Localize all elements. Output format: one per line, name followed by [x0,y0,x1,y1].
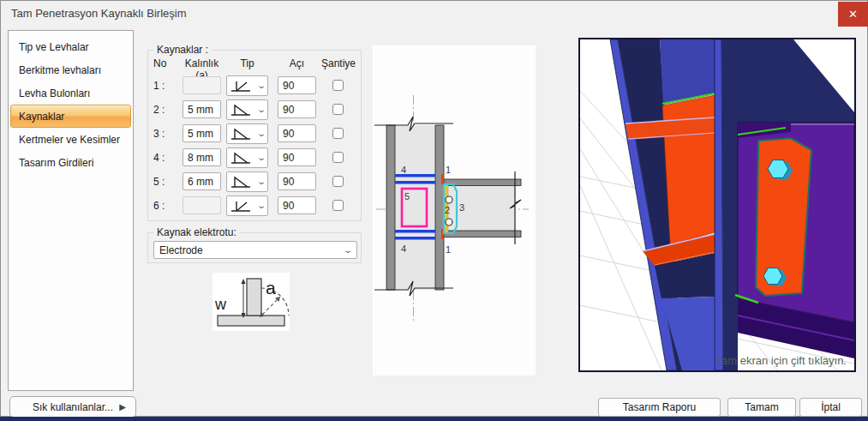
welds-groupbox: Kaynaklar : No Kalınlık (a) Tip Açı Şant… [147,50,362,221]
ok-button[interactable]: Tamam [727,398,796,417]
callout-top-stiffener: 4 [401,165,406,175]
column-header-site: Şantiye [318,57,359,69]
column-header-no: No [153,57,166,69]
sidebar-item-levha-bulonlari[interactable]: Levha Bulonları [10,81,131,105]
callout-web-weld: 2 [445,205,450,215]
sidebar-item-kaynaklar[interactable]: Kaynaklar [10,105,131,128]
chevron-down-icon: ⌄ [256,201,266,210]
chevron-down-icon: ⌄ [256,129,266,138]
weld-leg-label: w [214,296,227,313]
chevron-down-icon: ⌄ [256,153,266,162]
thickness-input[interactable] [183,124,221,142]
weld-type-dropdown[interactable]: ⌄ [226,147,268,168]
callout-bottom-stiffener: 4 [401,244,406,254]
row-number: 5 : [153,176,165,188]
background-window-edge [0,417,868,421]
site-checkbox[interactable] [332,80,344,91]
angle-input[interactable] [278,100,316,118]
row-number: 1 : [153,80,165,92]
callout-doubler-plate: 5 [404,191,410,201]
thickness-input[interactable] [183,172,221,190]
angle-input[interactable] [278,148,316,166]
site-checkbox[interactable] [332,176,344,187]
electrode-dropdown[interactable]: Electrode ⌄ [153,241,357,259]
fillet-weld-icon [230,103,252,117]
weld-row: 4 : ⌄ [148,148,361,168]
weld-throat-label: a [266,278,276,298]
electrode-group-title: Kaynak elektrotu: [153,226,240,238]
design-report-button-label: Tasarım Raporu [623,401,696,413]
favorites-button-label: Sık kullanılanlar... [33,401,113,413]
site-checkbox[interactable] [332,152,344,163]
weld-type-dropdown[interactable]: ⌄ [226,171,268,192]
electrode-value: Electrode [159,244,203,256]
favorites-button[interactable]: Sık kullanılanlar... ▶ [9,396,136,418]
row-number: 2 : [153,104,165,116]
weld-row: 1 : ⌄ [148,76,361,96]
row-number: 3 : [153,128,165,140]
thickness-input[interactable] [183,148,221,166]
angle-input[interactable] [278,124,316,142]
flyout-arrow-icon: ▶ [119,402,126,412]
weld-row: 6 : ⌄ [148,196,361,216]
row-number: 6 : [153,200,165,212]
sidebar-item-tip-ve-levhalar[interactable]: Tip ve Levhalar [10,35,131,58]
weld-row: 3 : ⌄ [148,124,361,144]
thickness-input[interactable] [183,196,221,214]
design-report-button[interactable]: Tasarım Raporu [598,398,721,417]
row-number: 4 : [153,152,165,164]
sidebar-nav: Tip ve Levhalar Berkitme levhaları Levha… [8,30,134,391]
fillet-weld-icon [230,127,252,141]
electrode-groupbox: Kaynak elektrotu: Electrode ⌄ [147,232,362,263]
angle-input[interactable] [278,172,316,190]
site-checkbox[interactable] [332,104,344,115]
sidebar-item-kertmeler-ve-kesimler[interactable]: Kertmeler ve Kesimler [10,128,131,151]
site-checkbox[interactable] [332,200,344,211]
fillet-weld-icon [230,151,252,165]
chevron-down-icon: ⌄ [256,81,266,90]
chevron-down-icon: ⌄ [256,177,266,186]
cancel-button-label: İptal [821,401,841,413]
connection-2d-drawing-panel: 4 1 5 2 3 4 1 [373,45,536,376]
chevron-down-icon: ⌄ [256,105,266,114]
sidebar-item-tasarim-girdileri[interactable]: Tasarım Girdileri [10,151,131,174]
welds-group-title: Kaynaklar : [153,44,212,56]
callout-bottom-flange-weld: 1 [446,244,451,255]
sidebar-item-berkitme-levhalari[interactable]: Berkitme levhaları [10,58,131,81]
thickness-input[interactable] [183,100,221,118]
model-3d-render [580,39,854,370]
close-button[interactable]: ✕ [838,2,868,27]
thickness-input[interactable] [183,76,221,94]
angle-input[interactable] [278,196,316,214]
column-header-angle: Açı [278,57,316,69]
weld-type-dropdown[interactable]: ⌄ [226,75,268,96]
column-header-type: Tip [226,57,268,69]
weld-type-dropdown[interactable]: ⌄ [226,99,268,120]
connection-2d-drawing: 4 1 5 2 3 4 1 [373,45,536,376]
callout-end-plate: 3 [459,202,464,213]
weld-row: 2 : ⌄ [148,100,361,120]
butt-weld-icon [230,79,252,93]
fullscreen-hint-watermark: Tam ekran için çift tıklayın. [716,354,847,367]
callout-top-flange-weld: 1 [446,165,451,175]
weld-type-dropdown[interactable]: ⌄ [226,195,268,216]
site-checkbox[interactable] [332,128,344,139]
weld-type-dropdown[interactable]: ⌄ [226,123,268,144]
angle-input[interactable] [278,76,316,94]
chevron-down-icon: ⌄ [343,246,353,255]
butt-weld-icon [230,199,252,214]
connection-dialog: Tam Penetrasyon Kaynaklı Birleşim ✕ Tip … [0,0,868,417]
weld-row: 5 : ⌄ [148,172,361,192]
model-3d-viewport[interactable]: Tam ekran için çift tıklayın. [578,38,856,372]
weld-symbol-figure: w a [213,273,290,331]
cancel-button[interactable]: İptal [799,398,862,417]
close-icon: ✕ [848,8,858,21]
dialog-title: Tam Penetrasyon Kaynaklı Birleşim [11,7,186,20]
ok-button-label: Tamam [745,401,778,413]
fillet-weld-icon [230,175,252,189]
weld-dimension-diagram: w a [213,273,290,331]
